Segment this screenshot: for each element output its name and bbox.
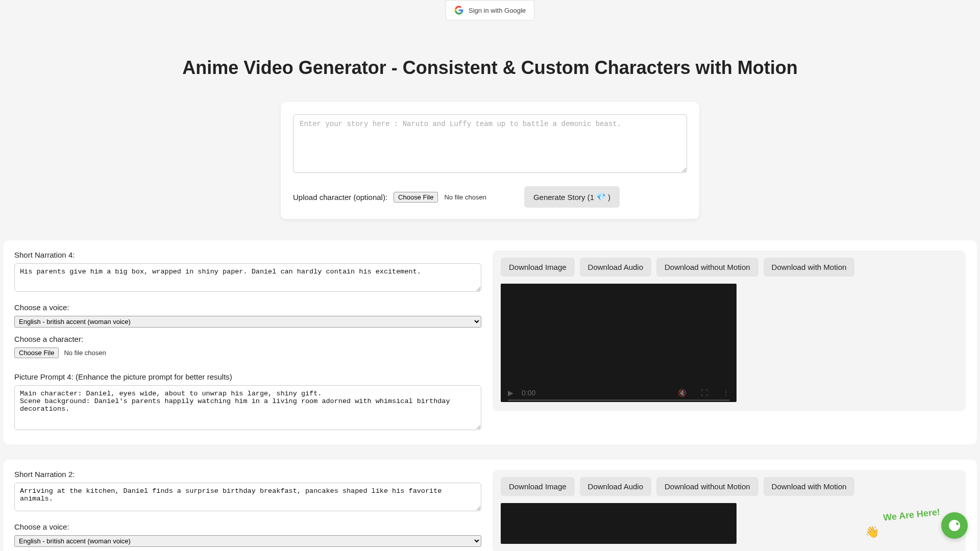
page-title: Anime Video Generator - Consistent & Cus…	[0, 57, 980, 79]
video-player[interactable]	[501, 503, 737, 544]
narration-left-col: Short Narration 2: Choose a voice: Engli…	[14, 470, 481, 551]
download-image-button[interactable]: Download Image	[501, 258, 575, 277]
video-progress-bar[interactable]	[508, 399, 729, 401]
signin-bar: Sign in with Google	[0, 0, 980, 21]
google-signin-button[interactable]: Sign in with Google	[446, 0, 534, 20]
download-with-motion-button[interactable]: Download with Motion	[764, 477, 855, 496]
download-with-motion-button[interactable]: Download with Motion	[764, 258, 855, 277]
voice-select[interactable]: English - british accent (woman voice)	[14, 535, 481, 547]
narration-left-col: Short Narration 4: Choose a voice: Engli…	[14, 251, 481, 432]
generate-story-label-prefix: Generate Story (1	[533, 193, 594, 202]
fullscreen-icon[interactable]: ⛶	[701, 389, 708, 397]
picture-prompt-input[interactable]	[14, 385, 481, 430]
narration-section: Short Narration 2: Choose a voice: Engli…	[3, 460, 977, 551]
mute-icon[interactable]: 🔇	[678, 389, 687, 397]
character-label: Choose a character:	[14, 335, 481, 343]
picture-prompt-label: Picture Prompt 4: (Enhance the picture p…	[14, 372, 481, 381]
narration-input[interactable]	[14, 483, 481, 511]
voice-label: Choose a voice:	[14, 522, 481, 531]
download-row: Download Image Download Audio Download w…	[501, 258, 958, 277]
narration-right-col: Download Image Download Audio Download w…	[493, 251, 966, 411]
chat-bubble-button[interactable]	[941, 512, 968, 539]
chat-avatar-icon	[949, 520, 960, 531]
upload-character-choose-file-button[interactable]: Choose File	[394, 192, 438, 203]
upload-character-no-file-text: No file chosen	[444, 193, 486, 201]
voice-select[interactable]: English - british accent (woman voice)	[14, 316, 481, 328]
narration-input[interactable]	[14, 263, 481, 292]
narration-label: Short Narration 4:	[14, 251, 481, 259]
download-audio-button[interactable]: Download Audio	[580, 477, 651, 496]
gem-icon: 💎	[596, 192, 606, 202]
download-without-motion-button[interactable]: Download without Motion	[656, 258, 758, 277]
download-without-motion-button[interactable]: Download without Motion	[656, 477, 758, 496]
google-icon	[454, 6, 463, 15]
narration-section: Short Narration 4: Choose a voice: Engli…	[3, 240, 977, 444]
chat-widget[interactable]: 👋 We Are Here!	[865, 510, 968, 539]
character-choose-file-button[interactable]: Choose File	[14, 347, 59, 358]
download-row: Download Image Download Audio Download w…	[501, 477, 958, 496]
download-audio-button[interactable]: Download Audio	[580, 258, 651, 277]
generate-story-label-suffix: )	[608, 193, 610, 202]
download-image-button[interactable]: Download Image	[501, 477, 575, 496]
voice-label: Choose a voice:	[14, 303, 481, 312]
more-icon[interactable]: ⋮	[722, 389, 729, 397]
video-time: 0:00	[522, 389, 535, 397]
narration-label: Short Narration 2:	[14, 470, 481, 479]
wave-icon: 👋	[865, 525, 879, 539]
chat-text: We Are Here!	[883, 507, 941, 523]
story-controls: Upload character (optional): Choose File…	[293, 186, 687, 208]
story-input[interactable]	[293, 114, 687, 173]
upload-character-label: Upload character (optional):	[293, 193, 387, 202]
video-player[interactable]: ▶ 0:00 🔇 ⛶ ⋮	[501, 284, 737, 402]
character-no-file-text: No file chosen	[64, 349, 106, 357]
generate-story-button[interactable]: Generate Story (1 💎)	[524, 186, 620, 208]
story-card: Upload character (optional): Choose File…	[281, 102, 699, 219]
google-signin-label: Sign in with Google	[469, 7, 526, 14]
play-icon[interactable]: ▶	[508, 389, 513, 397]
